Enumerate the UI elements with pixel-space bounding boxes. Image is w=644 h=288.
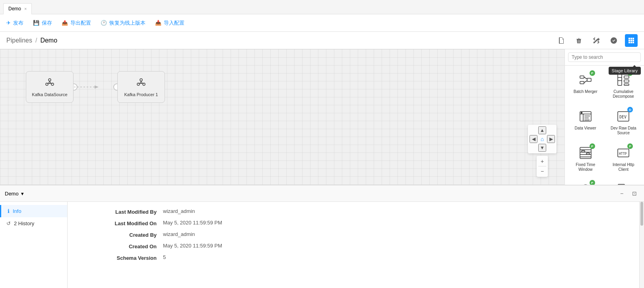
nav-control: ▲ ◀ ⌂ ▶ ▼ bbox=[528, 125, 557, 153]
svg-rect-47 bbox=[582, 151, 585, 152]
sidebar-item-history[interactable]: ↺ 2 History bbox=[0, 217, 67, 230]
pipeline-connections bbox=[0, 49, 564, 185]
bottom-scrollbar[interactable] bbox=[639, 202, 644, 288]
svg-rect-27 bbox=[618, 74, 622, 85]
kafka-datasource-icon bbox=[44, 77, 55, 91]
history-icon: ↺ bbox=[6, 220, 11, 226]
import-button[interactable]: 📥 导入配置 bbox=[155, 19, 184, 27]
bottom-maximize-button[interactable]: ⊡ bbox=[630, 189, 639, 198]
svg-point-13 bbox=[140, 79, 142, 81]
svg-text:HTTP: HTTP bbox=[619, 152, 627, 156]
zoom-controls: + − bbox=[537, 156, 548, 177]
created-by-label: Created By bbox=[77, 231, 157, 238]
last-modified-on-label: Last Modified On bbox=[77, 220, 157, 226]
fixed-time-window-icon: P bbox=[578, 145, 594, 161]
schema-version-value: 5 bbox=[163, 254, 630, 260]
last-modified-by-label: Last Modified By bbox=[77, 208, 157, 215]
nav-left-button[interactable]: ◀ bbox=[530, 135, 537, 143]
publish-icon: ✈ bbox=[6, 20, 11, 26]
doc-icon bbox=[558, 37, 564, 44]
bottom-panel-dropdown-icon: ▾ bbox=[21, 191, 24, 197]
stage-item-fixed-time-window[interactable]: P Fixed Time Window bbox=[568, 142, 603, 175]
breadcrumb-separator: / bbox=[35, 37, 37, 44]
created-on-value: May 5, 2020 11:59:59 PM bbox=[163, 243, 630, 249]
stage-item-javascript[interactable]: P JS JavaScript bbox=[568, 178, 603, 185]
bottom-panel-actions: − ⊡ bbox=[617, 189, 639, 198]
svg-rect-23 bbox=[580, 81, 584, 84]
tab-close-icon[interactable]: × bbox=[24, 6, 27, 11]
tab-label: Demo bbox=[8, 6, 21, 12]
created-on-label: Created On bbox=[77, 243, 157, 249]
kafka-producer-icon bbox=[136, 77, 147, 91]
stage-item-batch-merger[interactable]: P Batch Merger bbox=[568, 69, 603, 102]
delete-button[interactable] bbox=[572, 34, 585, 47]
internal-http-label: Internal Http Client bbox=[608, 162, 640, 172]
grid-button[interactable] bbox=[625, 34, 638, 47]
svg-rect-22 bbox=[580, 76, 584, 78]
stage-library-header bbox=[565, 49, 644, 66]
kafka-datasource-label: Kafka DataSource bbox=[32, 92, 67, 97]
stage-item-last-changed[interactable]: 001 010 Last Changed bbox=[606, 178, 641, 185]
pipeline-canvas[interactable]: Kafka DataSource bbox=[0, 49, 564, 185]
stage-item-dev-raw[interactable]: D DEV Dev Raw Data Source bbox=[606, 105, 641, 139]
breadcrumb-root[interactable]: Pipelines bbox=[6, 37, 32, 44]
badge-p-5: P bbox=[590, 180, 595, 185]
zoom-in-button[interactable]: + bbox=[537, 157, 547, 166]
bottom-minimize-button[interactable]: − bbox=[617, 189, 627, 198]
nav-down-button[interactable]: ▼ bbox=[538, 144, 546, 152]
kafka-datasource-node[interactable]: Kafka DataSource bbox=[26, 71, 74, 103]
stage-item-data-viewer[interactable]: Data Viewer bbox=[568, 105, 603, 139]
save-button[interactable]: 💾 保存 bbox=[33, 19, 52, 27]
delete-icon bbox=[576, 37, 582, 44]
info-label: Info bbox=[13, 208, 21, 214]
bottom-main-content: Last Modified By wizard_admin Last Modif… bbox=[68, 202, 639, 288]
info-grid: Last Modified By wizard_admin Last Modif… bbox=[77, 208, 630, 261]
tab-bar: Demo × bbox=[0, 0, 644, 14]
nav-right-button[interactable]: ▶ bbox=[547, 135, 555, 143]
sidebar-item-info[interactable]: ℹ Info bbox=[0, 205, 67, 217]
history-label: 2 History bbox=[14, 220, 34, 226]
nav-home-icon: ⌂ bbox=[541, 136, 544, 142]
schema-version-label: Schema Version bbox=[77, 254, 157, 261]
badge-d: D bbox=[627, 107, 633, 112]
badge-p: P bbox=[590, 70, 595, 76]
check-icon bbox=[611, 37, 617, 44]
batch-merger-label: Batch Merger bbox=[574, 89, 597, 94]
dev-raw-icon: D DEV bbox=[615, 108, 631, 124]
stage-library-tooltip: Stage Library bbox=[609, 67, 641, 75]
fixed-time-window-label: Fixed Time Window bbox=[570, 162, 601, 172]
svg-rect-53 bbox=[618, 184, 625, 185]
stage-item-internal-http[interactable]: P HTTP Internal Http Client bbox=[606, 142, 641, 175]
bottom-panel: Demo ▾ − ⊡ ℹ Info ↺ 2 History bbox=[0, 185, 644, 288]
internal-http-icon: P HTTP bbox=[615, 145, 631, 161]
demo-tab[interactable]: Demo × bbox=[3, 3, 32, 14]
validate-button[interactable] bbox=[607, 34, 620, 47]
canvas-section: Kafka DataSource bbox=[0, 49, 644, 185]
breadcrumb-current: Demo bbox=[40, 37, 57, 44]
svg-point-36 bbox=[581, 112, 582, 114]
last-modified-by-value: wizard_admin bbox=[163, 208, 630, 214]
shuffle-button[interactable] bbox=[590, 34, 603, 47]
nav-up-button[interactable]: ▲ bbox=[538, 126, 546, 134]
doc-button[interactable] bbox=[555, 34, 568, 47]
svg-rect-48 bbox=[586, 153, 590, 155]
kafka-producer-node[interactable]: Kafka Producer 1 bbox=[117, 71, 165, 103]
bottom-panel-title-text: Demo bbox=[5, 191, 19, 197]
svg-line-25 bbox=[584, 77, 587, 79]
stage-search-input[interactable] bbox=[568, 52, 641, 62]
breadcrumb: Pipelines / Demo bbox=[6, 37, 57, 44]
svg-point-4 bbox=[48, 79, 51, 81]
bottom-panel-title[interactable]: Demo ▾ bbox=[5, 191, 24, 197]
created-by-value: wizard_admin bbox=[163, 231, 630, 237]
restore-icon: 🕐 bbox=[101, 20, 107, 26]
last-changed-icon: 001 010 bbox=[615, 182, 631, 185]
svg-line-26 bbox=[584, 81, 587, 83]
kafka-producer-label: Kafka Producer 1 bbox=[124, 92, 158, 97]
main-container: Pipelines / Demo bbox=[0, 32, 644, 288]
zoom-out-button[interactable]: − bbox=[537, 166, 547, 176]
data-viewer-label: Data Viewer bbox=[575, 126, 596, 131]
batch-merger-icon: P bbox=[578, 72, 594, 88]
export-button[interactable]: 📤 导出配置 bbox=[62, 19, 91, 27]
restore-button[interactable]: 🕐 恢复为线上版本 bbox=[101, 19, 145, 27]
publish-button[interactable]: ✈ 发布 bbox=[6, 19, 23, 27]
